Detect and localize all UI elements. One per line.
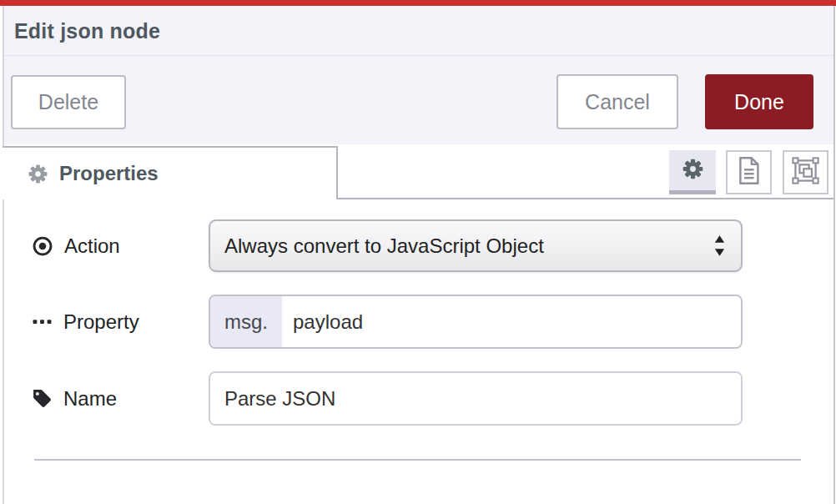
section-divider bbox=[34, 459, 801, 461]
dot-circle-icon bbox=[32, 235, 53, 257]
action-row: Action Always convert to JavaScript Obje… bbox=[32, 219, 743, 272]
dialog-title: Edit json node bbox=[14, 19, 160, 43]
property-row: Property msg. bbox=[32, 295, 743, 349]
delete-button[interactable]: Delete bbox=[11, 75, 126, 129]
property-label-group: Property bbox=[32, 310, 209, 334]
name-label-group: Name bbox=[32, 387, 209, 411]
done-button[interactable]: Done bbox=[705, 74, 813, 129]
property-input[interactable] bbox=[282, 296, 741, 347]
property-label: Property bbox=[63, 310, 139, 334]
name-field bbox=[209, 371, 743, 426]
tab-bar: Properties bbox=[4, 144, 833, 199]
cancel-button-label: Cancel bbox=[585, 90, 650, 114]
delete-button-label: Delete bbox=[38, 90, 98, 114]
ellipsis-icon bbox=[32, 311, 53, 332]
gear-icon bbox=[28, 164, 48, 184]
tab-bar-bottom-border bbox=[338, 198, 833, 199]
document-icon bbox=[737, 156, 761, 189]
header-divider bbox=[4, 55, 833, 56]
name-input[interactable] bbox=[210, 373, 741, 424]
cancel-button[interactable]: Cancel bbox=[556, 74, 678, 129]
dialog-right-border bbox=[833, 6, 835, 504]
action-label: Action bbox=[64, 234, 120, 258]
dialog-accent-bar bbox=[0, 0, 836, 6]
action-select[interactable]: Always convert to JavaScript Object bbox=[209, 219, 743, 272]
dialog-left-border bbox=[3, 6, 4, 504]
done-button-label: Done bbox=[734, 90, 784, 114]
msg-prefix[interactable]: msg. bbox=[210, 296, 282, 347]
action-select-value: Always convert to JavaScript Object bbox=[224, 234, 544, 258]
tag-icon bbox=[32, 388, 53, 409]
name-row: Name bbox=[32, 371, 743, 426]
description-tab-button[interactable] bbox=[726, 150, 772, 194]
action-label-group: Action bbox=[32, 234, 209, 258]
gear-icon bbox=[682, 158, 704, 184]
tab-properties[interactable]: Properties bbox=[3, 146, 338, 199]
select-arrows-icon bbox=[713, 234, 726, 257]
object-group-icon bbox=[792, 157, 819, 188]
name-label: Name bbox=[63, 387, 117, 411]
properties-tab-button[interactable] bbox=[669, 150, 716, 194]
property-field: msg. bbox=[209, 295, 743, 349]
tab-properties-label: Properties bbox=[59, 162, 159, 185]
appearance-tab-button[interactable] bbox=[783, 150, 828, 194]
